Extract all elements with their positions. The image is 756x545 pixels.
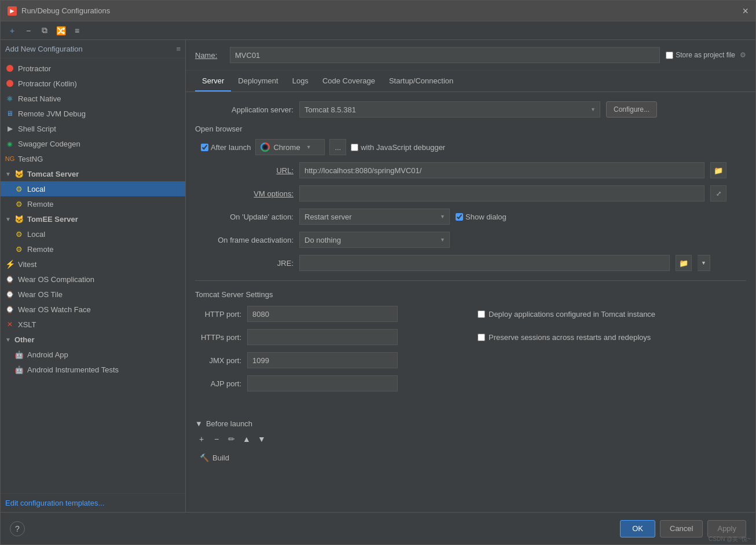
bl-edit-button[interactable]: ✏ [225,433,238,445]
sidebar-item-remote-jvm[interactable]: 🖥 Remote JVM Debug [1,106,185,121]
http-port-input[interactable] [247,306,398,322]
sidebar-item-vitest[interactable]: ⚡ Vitest [1,257,185,272]
ajp-port-row: AJP port: [195,375,464,392]
jmx-port-input[interactable] [247,352,398,368]
http-port-label: HTTP port: [195,310,241,319]
add-config-label: Add New Configuration [5,45,83,53]
ok-button[interactable]: OK [620,520,655,537]
name-label: Name: [195,51,224,60]
sidebar-item-other[interactable]: ▼ Other [1,332,185,347]
sort-config-button[interactable]: ≡ [70,24,84,38]
gear-icon[interactable]: ⚙ [740,51,746,59]
jre-input[interactable] [299,255,670,271]
name-input[interactable] [230,47,660,63]
react-icon: ⚛ [5,94,14,103]
sidebar-item-react-native[interactable]: ⚛ React Native [1,91,185,106]
vm-options-input[interactable] [299,185,704,202]
browser-name: Chrome [273,143,300,152]
app-server-label: Application server: [195,105,293,114]
app-server-select-wrapper: Tomcat 8.5.381 [299,101,600,118]
bl-up-button[interactable]: ▲ [240,433,253,445]
update-action-select[interactable]: Restart server [299,209,450,225]
js-debugger-checkbox[interactable] [351,144,358,151]
before-launch-header[interactable]: ▼ Before launch [195,419,746,428]
spacer [195,396,746,415]
sidebar-item-swagger[interactable]: ◉ Swagger Codegen [1,136,185,151]
collapse-all-icon[interactable]: ≡ [176,45,181,53]
sidebar-item-tomee-remote[interactable]: ⚙ Remote [1,242,185,257]
frame-deactivation-select[interactable]: Do nothing [299,232,450,248]
sidebar-item-android-instrumented[interactable]: 🤖 Android Instrumented Tests [1,362,185,377]
sidebar-item-wear-complication[interactable]: ⌚ Wear OS Complication [1,272,185,287]
preserve-sessions-checkbox[interactable] [478,334,485,341]
move-config-button[interactable]: 🔀 [54,24,68,38]
cancel-button[interactable]: Cancel [660,520,703,537]
add-config-button[interactable]: + [5,24,19,38]
list-item[interactable]: Protractor [1,61,185,76]
config-list: Protractor Protractor (Kotlin) ⚛ React N… [1,58,185,493]
android-instrumented-icon: 🤖 [14,365,24,374]
deploy-tomcat-text: Deploy applications configured in Tomcat… [489,310,655,319]
show-dialog-label[interactable]: Show dialog [456,213,507,221]
tab-logs[interactable]: Logs [285,71,315,92]
jre-row: JRE: 📁 ▼ [195,255,746,271]
after-launch-label[interactable]: After launch [201,143,251,152]
help-button[interactable]: ? [10,521,25,536]
remove-config-button[interactable]: − [21,24,35,38]
sidebar-item-testng[interactable]: NG TestNG [1,151,185,166]
sidebar-item-android-app[interactable]: 🤖 Android App [1,347,185,362]
tabs-bar: Server Deployment Logs Code Coverage Sta… [186,71,755,92]
edit-templates-link[interactable]: Edit configuration templates... [1,493,185,512]
tab-deployment[interactable]: Deployment [231,71,285,92]
browser-more-button[interactable]: ... [329,139,346,155]
vm-options-expand-button[interactable]: ⤢ [710,185,726,202]
tomee-local-icon: ⚙ [14,229,24,239]
preserve-sessions-label[interactable]: Preserve sessions across restarts and re… [478,333,651,342]
sidebar-item-xslt[interactable]: ✕ XSLT [1,317,185,332]
bl-add-button[interactable]: + [195,433,208,445]
item-label: Local [27,230,45,239]
after-launch-checkbox[interactable] [201,144,208,151]
title-bar: ▶ Run/Debug Configurations × [1,1,755,21]
app-server-select[interactable]: Tomcat 8.5.381 [299,101,600,118]
sidebar-item-tomee-server[interactable]: ▼ 🐱 TomEE Server [1,211,185,226]
wear-watch-icon: ⌚ [5,305,14,314]
sidebar-item-tomee-local[interactable]: ⚙ Local [1,226,185,242]
tomee-remote-icon: ⚙ [14,244,24,254]
js-debugger-label[interactable]: with JavaScript debugger [351,143,445,152]
list-item[interactable]: Protractor (Kotlin) [1,76,185,91]
tab-code-coverage[interactable]: Code Coverage [315,71,382,92]
bl-down-button[interactable]: ▼ [255,433,268,445]
ajp-port-input[interactable] [247,375,398,392]
deploy-tomcat-checkbox[interactable] [478,310,485,318]
sidebar-item-wear-watch[interactable]: ⌚ Wear OS Watch Face [1,302,185,317]
tab-server[interactable]: Server [195,71,231,92]
sidebar-item-local[interactable]: ⚙ Local [1,181,185,196]
testng-icon: NG [5,154,14,163]
item-label: Remote JVM Debug [18,109,86,118]
add-config-bar: Add New Configuration ≡ [1,40,185,58]
https-port-input[interactable] [247,329,398,345]
bl-remove-button[interactable]: − [210,433,223,445]
tab-startup-connection[interactable]: Startup/Connection [382,71,460,92]
copy-config-button[interactable]: ⧉ [38,24,52,38]
sidebar-item-shell-script[interactable]: ▶ Shell Script [1,121,185,136]
sidebar-item-remote[interactable]: ⚙ Remote [1,196,185,211]
apply-button[interactable]: Apply [707,520,746,537]
item-label: Wear OS Tile [18,290,63,299]
jre-folder-button[interactable]: 📁 [676,255,692,271]
close-button[interactable]: × [742,6,748,16]
jre-dropdown-button[interactable]: ▼ [698,255,710,271]
browser-select[interactable]: Chrome ▼ [255,139,325,155]
url-input[interactable] [299,162,704,178]
deploy-tomcat-label[interactable]: Deploy applications configured in Tomcat… [478,310,655,319]
sidebar-item-tomcat-server[interactable]: ▼ 🐱 Tomcat Server [1,166,185,181]
configure-button[interactable]: Configure... [606,101,657,118]
deploy-tomcat-row: Deploy applications configured in Tomcat… [478,306,746,322]
url-folder-button[interactable]: 📁 [710,162,726,178]
ajp-port-label: AJP port: [195,379,241,388]
sidebar-item-wear-tile[interactable]: ⌚ Wear OS Tile [1,287,185,302]
store-as-file-checkbox[interactable] [666,52,673,59]
item-label: Vitest [18,260,36,269]
show-dialog-checkbox[interactable] [456,213,463,221]
